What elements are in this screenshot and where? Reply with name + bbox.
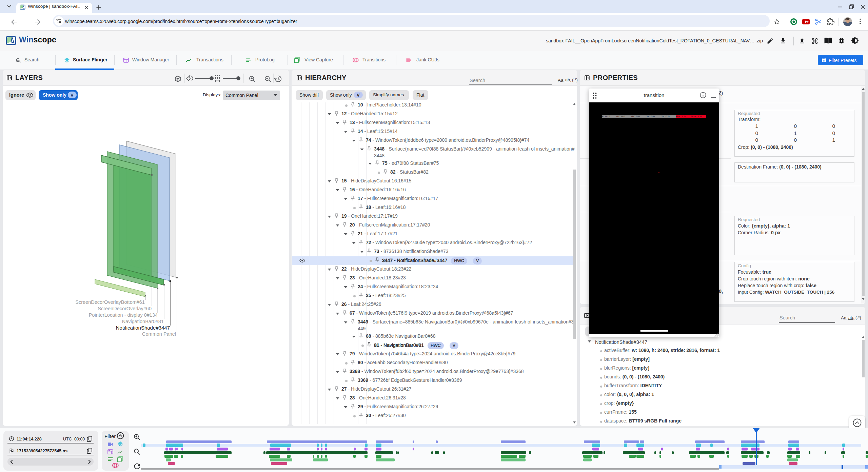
- svg-text:ScreenDecorOverlayBottom#61: ScreenDecorOverlayBottom#61: [75, 299, 145, 305]
- svg-text:NavigationBar0#81: NavigationBar0#81: [122, 319, 164, 324]
- svg-text:Common Panel: Common Panel: [142, 331, 176, 337]
- svg-text:NotificationShade#3447: NotificationShade#3447: [116, 325, 170, 331]
- svg-text:ScreenDecorOverlay#60: ScreenDecorOverlay#60: [98, 306, 152, 311]
- svg-text:PointerLocation - display 0#13: PointerLocation - display 0#134: [89, 312, 158, 318]
